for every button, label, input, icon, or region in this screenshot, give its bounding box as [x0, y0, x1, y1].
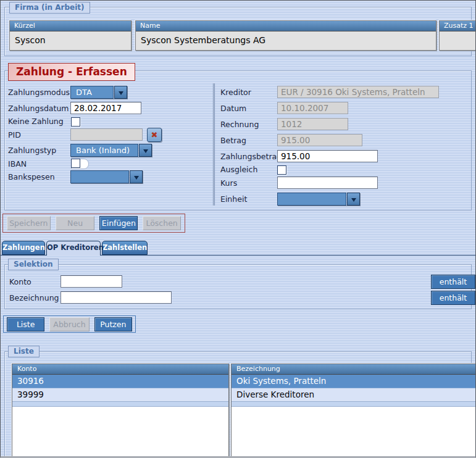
einheit-label: Einheit [220, 193, 247, 206]
kurs-input[interactable] [277, 177, 378, 189]
bankspesen-label: Bankspesen [8, 171, 55, 183]
ausgleich-label: Ausgleich [220, 164, 257, 176]
zusatz1-column: Zusatz 1 [439, 20, 476, 51]
list-empty-row [12, 402, 228, 407]
bezeichnung-input[interactable] [61, 291, 172, 304]
konto-input[interactable] [61, 275, 122, 288]
betrag-input [277, 134, 362, 146]
zahlungstyp-value: Bank (Inland) [70, 144, 138, 157]
rechnung-label: Rechnung [220, 119, 259, 131]
konto-list-header: Konto [12, 364, 228, 375]
zahlungsbetrag-input[interactable] [277, 150, 378, 162]
tab-zahlungen[interactable]: Zahlungen [2, 241, 45, 255]
datum-input [277, 102, 348, 114]
kreditor-input [277, 86, 439, 98]
bezeichnung-label: Bezeichnung [9, 292, 59, 304]
selektion-group-label: Selektion [8, 259, 59, 270]
zahlungsdatum-input[interactable] [70, 102, 141, 114]
firma-group-label: Firma (in Arbeit) [9, 2, 90, 14]
name-column-header: Name [136, 21, 436, 31]
pid-input [70, 128, 143, 141]
speichern-button[interactable]: Speichern [7, 216, 51, 230]
einheit-dropdown[interactable] [277, 193, 360, 206]
ausgleich-checkbox[interactable] [277, 165, 286, 175]
liste-group-label: Liste [8, 346, 40, 357]
einheit-value [277, 193, 346, 206]
list-row[interactable]: 30916 [12, 375, 228, 388]
chevron-down-icon[interactable] [130, 170, 143, 183]
rechnung-input [277, 118, 348, 130]
form-column-divider [213, 83, 215, 206]
zahlungsdatum-label: Zahlungsdatum [8, 102, 69, 115]
betrag-label: Betrag [220, 135, 246, 147]
konto-list-panel: Konto 30916 39999 [12, 364, 229, 457]
keine-zahlung-checkbox[interactable] [71, 117, 80, 127]
chevron-down-icon[interactable] [114, 86, 127, 99]
bankspesen-dropdown[interactable] [70, 170, 143, 183]
einfuegen-button[interactable]: Einfügen [99, 216, 138, 230]
kuerzel-column-header: Kürzel [10, 21, 131, 31]
konto-enthaelt-button[interactable]: enthält [431, 275, 475, 289]
tab-op-kreditoren[interactable]: OP Kreditoren [46, 241, 101, 256]
zahlungsmodus-dropdown[interactable]: DTA [70, 86, 127, 99]
name-column: Name Syscon Systemberatungs AG [135, 20, 436, 51]
pid-clear-button[interactable]: ✖ [147, 128, 162, 142]
iban-checkbox[interactable] [71, 159, 80, 168]
application-window: Firma (in Arbeit) Kürzel Syscon Name Sys… [0, 0, 476, 458]
list-actions-bar: Liste Abbruch Putzen [3, 315, 136, 333]
konto-label: Konto [9, 276, 31, 288]
zahlungstyp-label: Zahlungstyp [8, 144, 56, 157]
loeschen-button[interactable]: Löschen [143, 216, 181, 230]
kurs-label: Kurs [220, 177, 237, 189]
list-empty-row [232, 402, 476, 407]
zahlungstyp-dropdown[interactable]: Bank (Inland) [70, 144, 152, 157]
putzen-button[interactable]: Putzen [94, 317, 132, 331]
zusatz1-value [440, 31, 476, 49]
kreditor-label: Kreditor [220, 86, 251, 99]
bezeichnung-enthaelt-button[interactable]: enthält [431, 291, 475, 305]
iban-field [71, 159, 89, 169]
list-row[interactable]: Diverse Kreditoren [232, 388, 476, 402]
zahlungsmodus-label: Zahlungsmodus [8, 86, 70, 99]
zahlungsbetrag-label: Zahlungsbetrag [220, 151, 282, 163]
name-value: Syscon Systemberatungs AG [136, 31, 436, 49]
zahlungsmodus-value: DTA [70, 86, 114, 99]
pid-label: PID [8, 129, 21, 141]
chevron-down-icon[interactable] [347, 193, 360, 206]
list-row[interactable]: Oki Systems, Pratteln [232, 375, 476, 388]
close-icon: ✖ [151, 130, 158, 139]
tab-zahlstellen[interactable]: Zahlstellen [102, 241, 148, 255]
iban-label: IBAN [8, 158, 27, 170]
list-row[interactable]: 39999 [12, 388, 228, 402]
neu-button[interactable]: Neu [56, 216, 95, 230]
liste-button[interactable]: Liste [7, 317, 44, 331]
bezeichnung-list-header: Bezeichnung [232, 364, 476, 375]
bezeichnung-list-panel: Bezeichnung Oki Systems, Pratteln Divers… [231, 364, 476, 457]
chevron-down-icon[interactable] [139, 144, 152, 157]
bankspesen-value [70, 170, 129, 183]
datum-label: Datum [220, 102, 246, 115]
kuerzel-column: Kürzel Syscon [9, 20, 132, 51]
page-title: Zahlung - Erfassen [8, 63, 135, 81]
zusatz1-column-header: Zusatz 1 [440, 21, 476, 31]
payment-actions-bar: Speichern Neu Einfügen Löschen [2, 214, 185, 233]
keine-zahlung-label: Keine Zahlung [8, 115, 64, 128]
kuerzel-value: Syscon [10, 31, 131, 49]
abbruch-button[interactable]: Abbruch [49, 317, 89, 331]
